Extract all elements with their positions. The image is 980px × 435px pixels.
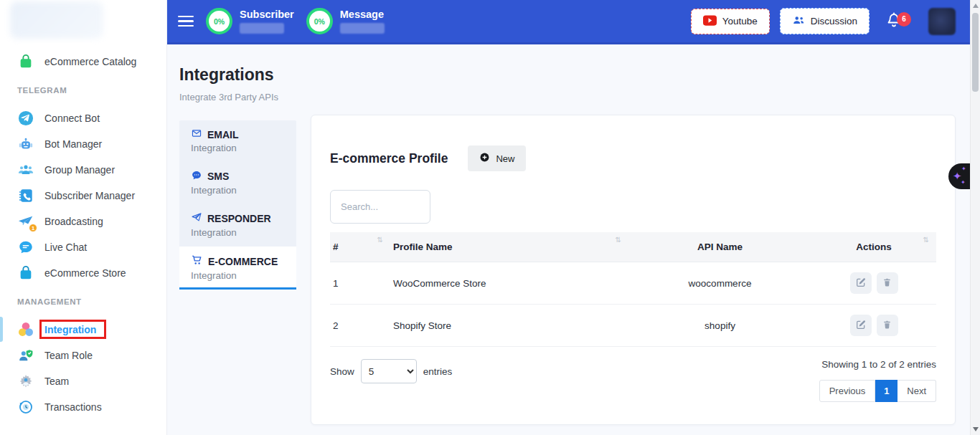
message-progress-ring: 0% [306,8,333,34]
history-clock-icon [17,398,34,416]
edit-icon [855,277,867,290]
youtube-icon [703,15,717,28]
sidebar-item-team-role[interactable]: Team Role [0,343,166,368]
subscriber-stat-value-blurred [240,23,284,34]
subnav-item-email[interactable]: EMAIL Integration [179,120,296,162]
email-icon [191,128,202,140]
page-size-select[interactable]: 5 [361,359,417,383]
sidebar-item-label: Subscriber Manager [44,190,135,201]
column-header-actions[interactable]: Actions ⇅ [811,232,936,262]
edit-button[interactable] [850,315,872,336]
profile-name-cell: Shopify Store [390,305,628,347]
new-profile-button[interactable]: New [468,145,526,171]
integration-circles-icon [17,321,34,338]
robot-icon [17,135,34,153]
user-avatar[interactable] [928,8,956,35]
edit-icon [855,319,867,333]
app-window: eCommerce Catalog TELEGRAM Connect Bot B… [0,0,980,435]
subnav-item-title: EMAIL [207,129,239,140]
sidebar-item-label: Bot Manager [44,138,102,150]
shopping-bag-icon [17,264,34,282]
subnav-item-subtitle: Integration [191,143,286,153]
subnav-item-ecommerce[interactable]: E-COMMERCE Integration [179,247,296,290]
sidebar-item-label: Broadcasting [44,216,103,227]
subnav-item-subtitle: Integration [191,270,286,281]
subscriber-stat: 0% Subscriber [206,8,294,34]
sidebar-item-label: Live Chat [44,242,87,253]
notifications-button[interactable]: 6 [885,11,903,32]
youtube-button[interactable]: Youtube [691,9,770,34]
sparkle-icon: ✦ [961,179,966,186]
new-button-label: New [496,153,514,164]
discussion-button[interactable]: Discussion [780,8,870,34]
contact-book-icon [17,187,34,204]
search-input[interactable] [330,190,430,224]
subscriber-stat-label: Subscriber [240,9,294,20]
next-page-button[interactable]: Next [897,380,936,402]
sidebar-item-subscriber-manager[interactable]: Subscriber Manager [0,183,166,209]
subnav-item-sms[interactable]: SMS Integration [179,162,296,204]
sidebar-item-label: Integration [44,324,96,335]
sort-icon[interactable]: ⇅ [616,236,621,244]
sparkle-icon: ✦ [961,166,966,172]
sidebar-item-connect-bot[interactable]: Connect Bot [0,105,166,131]
sidebar-item-live-chat[interactable]: Live Chat [0,234,166,260]
discussion-button-label: Discussion [811,16,857,27]
scrollbar-thumb[interactable] [972,13,979,92]
message-stat-value-blurred [340,23,385,34]
column-header-num[interactable]: # ⇅ [330,232,390,262]
sidebar-item-label: Connect Bot [44,113,100,124]
sms-icon [191,170,202,183]
sidebar-item-ecommerce-catalog[interactable]: eCommerce Catalog [0,49,166,75]
show-label: Show [330,366,354,377]
chat-bubble-icon [17,239,34,256]
subnav-item-title: RESPONDER [207,213,271,224]
shopping-bag-icon [17,53,34,70]
pagination: Previous 1 Next [819,380,936,402]
api-name-cell: shopify [628,305,811,347]
entries-label: entries [423,366,453,377]
users-icon [792,14,805,28]
subnav-item-subtitle: Integration [191,227,286,238]
sidebar-item-team[interactable]: Team [0,368,166,394]
subnav-item-title: SMS [207,171,229,182]
cart-icon [191,254,203,268]
message-stat: 0% Message [306,8,385,34]
scroll-down-arrow-icon[interactable] [973,427,979,431]
responder-plane-icon [191,212,202,225]
sidebar-item-bot-manager[interactable]: Bot Manager [0,131,166,157]
sidebar-item-ecommerce-store[interactable]: eCommerce Store [0,260,166,286]
sidebar: eCommerce Catalog TELEGRAM Connect Bot B… [0,0,167,435]
current-page-button[interactable]: 1 [875,380,897,402]
vertical-scrollbar[interactable] [970,0,980,435]
subnav-item-title: E-COMMERCE [208,256,278,267]
sidebar-section-management: MANAGEMENT [0,286,166,317]
person-shield-icon [17,347,34,364]
previous-page-button[interactable]: Previous [819,380,876,402]
api-name-cell: woocommerce [628,262,811,305]
sort-icon[interactable]: ⇅ [377,236,383,244]
menu-toggle-icon[interactable] [178,13,194,29]
sidebar-item-label: Group Manager [44,164,115,176]
sidebar-item-label: Transactions [44,401,102,413]
telegram-icon [17,110,34,127]
sidebar-item-transactions[interactable]: Transactions [0,394,166,420]
table-row: 1 WooCommerce Store woocommerce [330,262,936,305]
sidebar-item-group-manager[interactable]: Group Manager [0,157,166,183]
sidebar-item-broadcasting[interactable]: 1 Broadcasting [0,209,166,234]
sidebar-item-label: Team Role [44,350,93,361]
ai-assistant-button[interactable]: ✦ ✦ ✦ [948,163,970,189]
subnav-item-subtitle: Integration [191,185,286,196]
sidebar-item-integration[interactable]: Integration [0,317,166,343]
gear-person-icon [17,373,34,390]
column-header-profile-name[interactable]: Profile Name ⇅ [390,232,628,262]
trash-icon [882,277,892,290]
edit-button[interactable] [850,272,872,294]
subnav-item-responder[interactable]: RESPONDER Integration [179,204,296,247]
scroll-up-arrow-icon[interactable] [973,4,979,8]
delete-button[interactable] [877,315,898,336]
row-number: 1 [330,262,390,305]
column-header-api-name[interactable]: API Name [628,232,811,262]
delete-button[interactable] [877,272,898,294]
sort-icon[interactable]: ⇅ [923,236,929,244]
